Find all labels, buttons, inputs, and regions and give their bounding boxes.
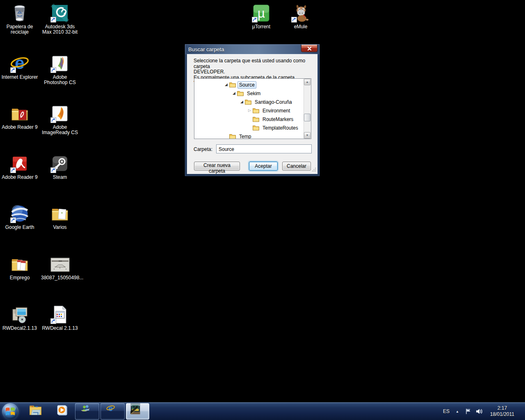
imageready-icon: [50, 104, 70, 123]
desktop-icon-adobe-imageready-cs[interactable]: Adobe ImageReady CS: [41, 104, 79, 135]
collapse-triangle-icon[interactable]: ◢: [224, 82, 228, 87]
cancel-button[interactable]: Cancelar: [282, 162, 311, 171]
scroll-thumb[interactable]: [304, 114, 310, 121]
scroll-up-button[interactable]: ▲: [304, 79, 310, 85]
desktop-icon-rwdecal-2-1-13[interactable]: RWDecal 2.1.13: [41, 305, 79, 331]
desktop-icon-papelera-de-reciclaje[interactable]: Papelera de reciclaje: [1, 3, 39, 35]
utorrent-icon: µ: [251, 3, 271, 23]
wmp-icon: [55, 404, 69, 419]
desktop-icon-label: Papelera de reciclaje: [1, 24, 39, 35]
scroll-down-button[interactable]: ▼: [304, 132, 310, 139]
desktop-icon-adobe-photoshop-cs[interactable]: Adobe Photoshop CS: [41, 54, 79, 85]
tree-item-sekim[interactable]: ◢ Sekim: [194, 89, 304, 98]
folder-icon: [252, 116, 260, 122]
max3ds-icon: [50, 3, 70, 23]
shortcut-arrow-icon: [50, 67, 56, 73]
taskbar-button-rwdecal-train-app[interactable]: [126, 403, 149, 420]
desktop-icon-adobe-reader-9[interactable]: Adobe Reader 9: [1, 104, 39, 130]
folder-tree: ◢ Source◢ Sekim◢ Santiago-Coruña▷ Enviro…: [194, 78, 311, 139]
folder-field-label: Carpeta:: [194, 145, 212, 154]
shortcut-arrow-icon: [50, 318, 56, 324]
folder-icon: [229, 133, 236, 139]
tree-item-label: Environment: [261, 107, 292, 114]
iesmall-icon: e: [106, 404, 119, 419]
desktop-icon-google-earth[interactable]: Google Earth: [1, 204, 39, 230]
expand-triangle-icon[interactable]: ▷: [247, 108, 252, 113]
desktop-icon-label: Internet Explorer: [1, 75, 39, 80]
installer-icon: [10, 305, 30, 324]
tree-item-source[interactable]: ◢ Source: [194, 80, 304, 89]
desktop-icon-rwdecal2-1-13[interactable]: RWDecal2.1.13: [1, 305, 39, 331]
scrollbar-track[interactable]: ▲ ▼: [304, 79, 311, 139]
desktop-icon-autodesk-3ds-max-2010-32-bit[interactable]: Autodesk 3ds Max 2010 32-bit: [41, 3, 79, 35]
show-hidden-icons-chevron-icon[interactable]: ▲: [452, 410, 463, 413]
tree-item-environment[interactable]: ▷ Environment: [194, 106, 304, 115]
instruction-line: DEVELOPER.: [194, 69, 314, 75]
collapse-triangle-icon[interactable]: ◢: [232, 91, 236, 96]
dialog-titlebar[interactable]: Buscar carpeta: [185, 45, 319, 54]
desktop-icon-38087-15050498[interactable]: 38087_15050498...: [41, 254, 79, 281]
desktop-icon-adobe-reader-9[interactable]: Adobe Reader 9: [1, 154, 39, 180]
dialog-title: Buscar carpeta: [188, 46, 224, 52]
svg-text:e: e: [108, 404, 112, 413]
tree-item-label: Temp: [237, 133, 253, 139]
imagethumb-icon: [50, 254, 70, 274]
folder-icon: [237, 90, 244, 96]
desktop-icon-torrent[interactable]: µ µTorrent: [242, 3, 280, 30]
start-button[interactable]: [2, 403, 18, 420]
folderpaper-icon: [50, 204, 70, 224]
tree-item-temp[interactable]: Temp: [194, 132, 304, 139]
taskbar: e ES ▲ 2:17 18/01/2011: [0, 402, 525, 420]
taskbar-button-internet-explorer-window[interactable]: e: [100, 403, 125, 420]
tree-item-templateroutes[interactable]: TemplateRoutes: [194, 123, 304, 132]
folder-icon: [229, 82, 236, 88]
shortcut-arrow-icon: [10, 167, 16, 173]
clock-time: 2:17: [490, 405, 514, 411]
desktop-icon-label: eMule: [282, 24, 320, 30]
reader-icon: [10, 154, 30, 173]
desktop-icon-label: Adobe Photoshop CS: [41, 75, 79, 85]
shortcut-arrow-icon: [291, 17, 297, 23]
folder-icon: [252, 107, 260, 114]
photoshop-icon: [50, 54, 70, 73]
appdoc-icon: [50, 305, 70, 324]
dialog-client-area: Seleccione la carpeta que está usted usa…: [187, 54, 317, 174]
taskbar-pinned-windows-media-player[interactable]: [53, 402, 71, 420]
desktop-icon-internet-explorer[interactable]: e Internet Explorer: [1, 54, 39, 80]
ok-button[interactable]: Aceptar: [249, 162, 278, 171]
close-button[interactable]: [301, 45, 317, 52]
language-indicator[interactable]: ES: [441, 409, 452, 414]
desktop-icon-emule[interactable]: eMule: [282, 3, 320, 30]
explorer-icon: [29, 403, 43, 420]
collapse-triangle-icon[interactable]: ◢: [240, 100, 244, 104]
folder-icon: [244, 99, 252, 105]
desktop-icon-steam[interactable]: Steam: [41, 154, 79, 180]
train-icon: [130, 403, 145, 420]
folder-name-input[interactable]: [216, 144, 312, 153]
tree-item-routemarkers[interactable]: RouteMarkers: [194, 115, 304, 123]
browse-folder-dialog: Buscar carpeta Seleccione la carpeta que…: [185, 44, 320, 176]
desktop-icon-label: Google Earth: [1, 225, 39, 230]
action-center-flag-icon[interactable]: [463, 408, 473, 415]
ie-icon: e: [10, 54, 30, 73]
new-folder-button[interactable]: Crear nueva carpeta: [194, 162, 240, 171]
resize-grip-icon[interactable]: [312, 166, 316, 173]
tree-item-santiago-coru-a[interactable]: ◢ Santiago-Coruña: [194, 98, 304, 106]
desktop-icon-varios[interactable]: Varios: [41, 204, 79, 230]
desktop-icon-label: Adobe Reader 9: [1, 175, 39, 180]
taskbar-clock[interactable]: 2:17 18/01/2011: [490, 405, 514, 418]
desktop-icon-label: Autodesk 3ds Max 2010 32-bit: [41, 24, 79, 35]
taskbar-pinned-windows-explorer[interactable]: [27, 402, 45, 420]
tree-item-label: TemplateRoutes: [261, 124, 300, 132]
desktop-icon-label: 38087_15050498...: [41, 275, 79, 281]
desktop-icon-label: Emprego: [1, 275, 39, 281]
volume-speaker-icon[interactable]: [473, 408, 485, 415]
shortcut-arrow-icon: [10, 217, 16, 223]
shortcut-arrow-icon: [50, 167, 56, 173]
taskbar-button-windows-live-messenger[interactable]: [75, 403, 99, 420]
folderpdf-icon: [10, 104, 30, 123]
steam-icon: [50, 154, 70, 173]
desktop-icon-label: Adobe Reader 9: [1, 125, 39, 130]
desktop-icon-emprego[interactable]: Emprego: [1, 254, 39, 281]
desktop-icon-label: RWDecal 2.1.13: [41, 326, 79, 331]
